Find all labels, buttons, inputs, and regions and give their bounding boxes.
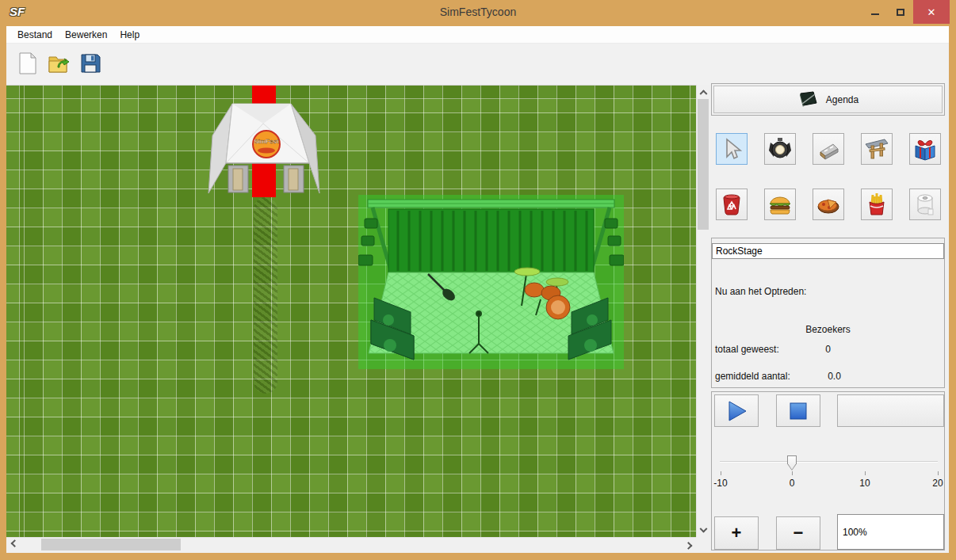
tool-road-tile[interactable] [813, 133, 844, 165]
agenda-label: Agenda [826, 94, 858, 105]
zoom-level-field[interactable] [837, 514, 944, 550]
maximize-icon [897, 9, 904, 16]
close-button[interactable]: ✕ [913, 0, 950, 24]
tool-gift-box[interactable] [909, 133, 941, 165]
canvas-vertical-scrollbar[interactable] [696, 85, 709, 537]
zoom-in-button[interactable]: + [714, 516, 759, 550]
stop-icon [788, 401, 809, 421]
menu-bewerken[interactable]: Bewerken [59, 27, 113, 43]
tool-spotlight[interactable] [764, 133, 796, 165]
titlebar[interactable]: SF SimFestTycoon ✕ [0, 0, 956, 26]
play-icon [725, 399, 748, 423]
play-button[interactable] [714, 394, 759, 427]
gift-icon [912, 136, 938, 162]
festival-map-canvas[interactable]: SimFest [6, 85, 696, 537]
slider-tick [938, 471, 939, 475]
trash-bin-icon [719, 192, 744, 217]
scroll-left-icon[interactable] [8, 538, 21, 550]
scroll-right-icon[interactable] [682, 538, 694, 550]
road-icon [816, 136, 841, 162]
dirt-path[interactable] [254, 197, 277, 394]
slider-tick-label: -10 [713, 478, 727, 489]
simulation-controls-panel: -10 0 10 20 + − [711, 391, 945, 550]
new-file-button[interactable] [13, 49, 41, 78]
rock-stage[interactable] [358, 195, 624, 369]
fries-icon [864, 192, 889, 217]
save-file-icon [78, 51, 102, 75]
slider-tick [792, 471, 793, 475]
average-visitors-value: 0.0 [718, 371, 950, 382]
total-visitors-value: 0 [712, 344, 944, 355]
pizza-icon [816, 192, 841, 217]
tool-fries-stand[interactable] [861, 189, 893, 220]
canvas-horizontal-scrollbar[interactable] [6, 537, 696, 550]
toolbar [6, 44, 949, 85]
stage-name-input[interactable] [712, 243, 944, 259]
slider-tick [865, 471, 866, 475]
menu-help[interactable]: Help [113, 27, 146, 43]
tool-pizza-stand[interactable] [813, 189, 844, 220]
slider-tick [721, 471, 721, 475]
stop-button[interactable] [776, 394, 820, 427]
app-window: SF SimFestTycoon ✕ Bestand Bewerken Help [0, 0, 956, 560]
toilet-roll-icon [912, 192, 938, 217]
slider-tick-label: 0 [790, 478, 795, 489]
save-file-button[interactable] [76, 49, 105, 78]
tool-entrance-gate[interactable] [861, 133, 893, 165]
sidebar: Agenda [711, 83, 945, 550]
tent-logo-text: SimFest [254, 138, 278, 145]
now-performing-label: Nu aan het Optreden: [715, 286, 806, 297]
cursor-icon [719, 136, 744, 162]
window-title: SimFestTycoon [0, 6, 956, 18]
vertical-scroll-thumb[interactable] [698, 99, 709, 230]
open-file-button[interactable] [44, 49, 73, 78]
speed-slider-thumb[interactable] [787, 455, 797, 470]
scroll-up-icon[interactable] [697, 85, 709, 97]
entrance-gate-icon [864, 136, 889, 162]
zoom-out-button[interactable]: − [776, 516, 820, 550]
agenda-book-icon [797, 91, 818, 109]
tool-select-cursor[interactable] [716, 133, 748, 165]
menu-bestand[interactable]: Bestand [11, 27, 59, 43]
new-file-icon [15, 51, 39, 75]
agenda-button[interactable]: Agenda [713, 86, 943, 113]
extra-button[interactable] [837, 394, 944, 427]
visitors-header: Bezoekers [712, 324, 944, 335]
tool-burger-stand[interactable] [764, 189, 796, 220]
agenda-group: Agenda [711, 83, 945, 116]
slider-tick-label: 10 [859, 478, 870, 489]
tool-trash-bin[interactable] [716, 189, 748, 220]
maximize-button[interactable] [888, 0, 913, 24]
scroll-down-icon[interactable] [697, 524, 709, 537]
open-file-icon [47, 51, 71, 75]
horizontal-scroll-thumb[interactable] [41, 539, 181, 550]
burger-icon [767, 192, 793, 217]
speed-slider-track[interactable] [720, 461, 938, 463]
tool-toilet-roll[interactable] [909, 189, 941, 220]
stage-info-panel: Nu aan het Optreden: Bezoekers totaal ge… [711, 238, 945, 388]
slider-tick-label: 20 [932, 478, 943, 489]
entrance-tent[interactable]: SimFest [206, 100, 330, 203]
menubar: Bestand Bewerken Help [6, 26, 949, 44]
minimize-button[interactable] [862, 0, 888, 24]
window-content: Bestand Bewerken Help [6, 26, 949, 553]
spotlight-icon [767, 136, 793, 162]
minimize-icon [871, 13, 879, 15]
